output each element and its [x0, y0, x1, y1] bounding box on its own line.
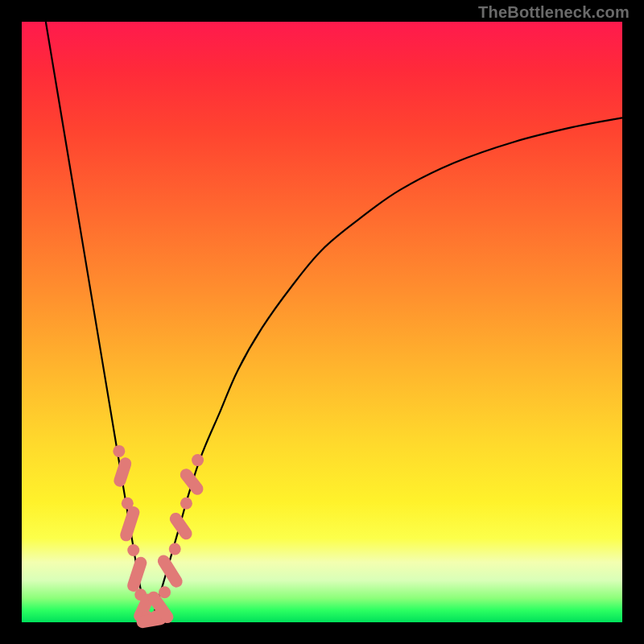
marker-capsule	[126, 555, 148, 593]
marker-dot	[159, 586, 171, 598]
marker-group	[112, 445, 205, 629]
marker-capsule	[167, 510, 195, 542]
curve-left-branch	[46, 22, 151, 622]
marker-dot	[127, 544, 139, 556]
attribution-watermark: TheBottleneck.com	[478, 3, 630, 22]
marker-dot	[180, 497, 192, 510]
marker-dot	[169, 543, 181, 555]
curve-right-branch	[151, 118, 622, 622]
chart-frame: TheBottleneck.com	[0, 0, 644, 644]
chart-svg	[22, 22, 622, 622]
marker-capsule	[118, 505, 141, 543]
marker-capsule	[112, 456, 133, 488]
marker-dot	[113, 445, 125, 457]
marker-dot	[192, 454, 204, 466]
marker-capsule	[178, 466, 206, 497]
